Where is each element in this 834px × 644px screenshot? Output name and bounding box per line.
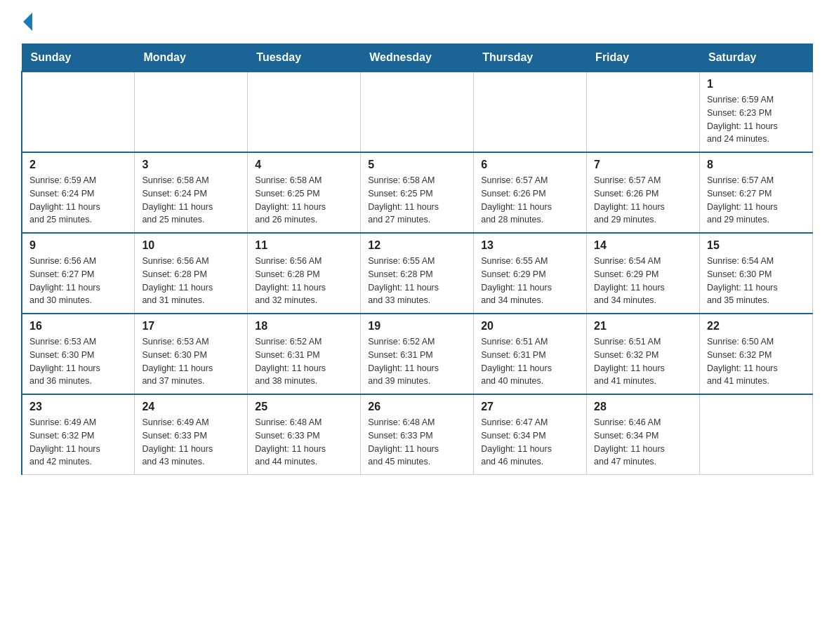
calendar-cell: 23Sunrise: 6:49 AMSunset: 6:32 PMDayligh… — [22, 394, 135, 475]
calendar-cell — [474, 72, 587, 152]
day-number: 23 — [29, 401, 127, 413]
calendar-cell: 27Sunrise: 6:47 AMSunset: 6:34 PMDayligh… — [474, 394, 587, 475]
calendar-cell: 9Sunrise: 6:56 AMSunset: 6:27 PMDaylight… — [22, 233, 135, 314]
calendar-cell: 7Sunrise: 6:57 AMSunset: 6:26 PMDaylight… — [587, 152, 700, 233]
day-number: 8 — [707, 159, 805, 171]
calendar-cell: 8Sunrise: 6:57 AMSunset: 6:27 PMDaylight… — [700, 152, 813, 233]
day-number: 27 — [481, 401, 579, 413]
header-sunday: Sunday — [22, 44, 135, 72]
day-number: 20 — [481, 320, 579, 333]
calendar-cell — [22, 72, 135, 152]
day-number: 19 — [368, 320, 466, 333]
calendar-cell: 1Sunrise: 6:59 AMSunset: 6:23 PMDaylight… — [700, 72, 813, 152]
day-info: Sunrise: 6:53 AMSunset: 6:30 PMDaylight:… — [29, 335, 127, 388]
calendar-cell: 15Sunrise: 6:54 AMSunset: 6:30 PMDayligh… — [700, 233, 813, 314]
day-info: Sunrise: 6:58 AMSunset: 6:25 PMDaylight:… — [368, 174, 466, 227]
header-monday: Monday — [135, 44, 248, 72]
week-row-4: 16Sunrise: 6:53 AMSunset: 6:30 PMDayligh… — [22, 314, 813, 394]
day-number: 24 — [142, 401, 240, 413]
day-info: Sunrise: 6:56 AMSunset: 6:27 PMDaylight:… — [29, 255, 127, 307]
day-number: 26 — [368, 401, 466, 413]
calendar-header: Sunday Monday Tuesday Wednesday Thursday… — [22, 44, 813, 72]
calendar-cell: 11Sunrise: 6:56 AMSunset: 6:28 PMDayligh… — [248, 233, 361, 314]
day-number: 9 — [29, 239, 127, 252]
day-info: Sunrise: 6:57 AMSunset: 6:26 PMDaylight:… — [481, 174, 579, 227]
day-number: 7 — [594, 159, 692, 171]
day-number: 18 — [255, 320, 353, 333]
day-info: Sunrise: 6:56 AMSunset: 6:28 PMDaylight:… — [255, 255, 353, 307]
day-number: 13 — [481, 239, 579, 252]
day-info: Sunrise: 6:55 AMSunset: 6:29 PMDaylight:… — [481, 255, 579, 307]
day-info: Sunrise: 6:49 AMSunset: 6:32 PMDaylight:… — [29, 416, 127, 469]
day-info: Sunrise: 6:54 AMSunset: 6:30 PMDaylight:… — [707, 255, 805, 307]
day-number: 11 — [255, 239, 353, 252]
day-number: 14 — [594, 239, 692, 252]
header-tuesday: Tuesday — [248, 44, 361, 72]
day-number: 5 — [368, 159, 466, 171]
day-info: Sunrise: 6:48 AMSunset: 6:33 PMDaylight:… — [255, 416, 353, 469]
header-wednesday: Wednesday — [361, 44, 474, 72]
calendar-cell: 28Sunrise: 6:46 AMSunset: 6:34 PMDayligh… — [587, 394, 700, 475]
day-info: Sunrise: 6:58 AMSunset: 6:24 PMDaylight:… — [142, 174, 240, 227]
calendar-cell: 14Sunrise: 6:54 AMSunset: 6:29 PMDayligh… — [587, 233, 700, 314]
calendar-cell: 25Sunrise: 6:48 AMSunset: 6:33 PMDayligh… — [248, 394, 361, 475]
day-info: Sunrise: 6:51 AMSunset: 6:31 PMDaylight:… — [481, 335, 579, 388]
page-header — [21, 14, 813, 29]
calendar-cell — [248, 72, 361, 152]
calendar-cell: 3Sunrise: 6:58 AMSunset: 6:24 PMDaylight… — [135, 152, 248, 233]
calendar-cell — [700, 394, 813, 475]
calendar-cell — [587, 72, 700, 152]
calendar-cell — [135, 72, 248, 152]
week-row-2: 2Sunrise: 6:59 AMSunset: 6:24 PMDaylight… — [22, 152, 813, 233]
day-number: 21 — [594, 320, 692, 333]
day-info: Sunrise: 6:57 AMSunset: 6:26 PMDaylight:… — [594, 174, 692, 227]
calendar-cell: 13Sunrise: 6:55 AMSunset: 6:29 PMDayligh… — [474, 233, 587, 314]
day-info: Sunrise: 6:55 AMSunset: 6:28 PMDaylight:… — [368, 255, 466, 307]
calendar-cell: 2Sunrise: 6:59 AMSunset: 6:24 PMDaylight… — [22, 152, 135, 233]
week-row-3: 9Sunrise: 6:56 AMSunset: 6:27 PMDaylight… — [22, 233, 813, 314]
days-of-week-row: Sunday Monday Tuesday Wednesday Thursday… — [22, 44, 813, 72]
day-info: Sunrise: 6:56 AMSunset: 6:28 PMDaylight:… — [142, 255, 240, 307]
day-info: Sunrise: 6:53 AMSunset: 6:30 PMDaylight:… — [142, 335, 240, 388]
calendar-cell: 26Sunrise: 6:48 AMSunset: 6:33 PMDayligh… — [361, 394, 474, 475]
day-info: Sunrise: 6:51 AMSunset: 6:32 PMDaylight:… — [594, 335, 692, 388]
day-info: Sunrise: 6:57 AMSunset: 6:27 PMDaylight:… — [707, 174, 805, 227]
calendar-cell: 16Sunrise: 6:53 AMSunset: 6:30 PMDayligh… — [22, 314, 135, 394]
day-number: 3 — [142, 159, 240, 171]
header-thursday: Thursday — [474, 44, 587, 72]
day-info: Sunrise: 6:48 AMSunset: 6:33 PMDaylight:… — [368, 416, 466, 469]
calendar-body: 1Sunrise: 6:59 AMSunset: 6:23 PMDaylight… — [22, 72, 813, 475]
day-number: 16 — [29, 320, 127, 333]
day-info: Sunrise: 6:52 AMSunset: 6:31 PMDaylight:… — [255, 335, 353, 388]
week-row-1: 1Sunrise: 6:59 AMSunset: 6:23 PMDaylight… — [22, 72, 813, 152]
day-number: 12 — [368, 239, 466, 252]
day-number: 25 — [255, 401, 353, 413]
day-info: Sunrise: 6:50 AMSunset: 6:32 PMDaylight:… — [707, 335, 805, 388]
calendar-cell: 19Sunrise: 6:52 AMSunset: 6:31 PMDayligh… — [361, 314, 474, 394]
day-info: Sunrise: 6:49 AMSunset: 6:33 PMDaylight:… — [142, 416, 240, 469]
calendar-cell: 5Sunrise: 6:58 AMSunset: 6:25 PMDaylight… — [361, 152, 474, 233]
week-row-5: 23Sunrise: 6:49 AMSunset: 6:32 PMDayligh… — [22, 394, 813, 475]
calendar-cell: 21Sunrise: 6:51 AMSunset: 6:32 PMDayligh… — [587, 314, 700, 394]
day-number: 10 — [142, 239, 240, 252]
calendar-cell: 12Sunrise: 6:55 AMSunset: 6:28 PMDayligh… — [361, 233, 474, 314]
calendar-cell — [361, 72, 474, 152]
day-number: 6 — [481, 159, 579, 171]
day-info: Sunrise: 6:59 AMSunset: 6:24 PMDaylight:… — [29, 174, 127, 227]
day-info: Sunrise: 6:58 AMSunset: 6:25 PMDaylight:… — [255, 174, 353, 227]
calendar-cell: 24Sunrise: 6:49 AMSunset: 6:33 PMDayligh… — [135, 394, 248, 475]
day-info: Sunrise: 6:46 AMSunset: 6:34 PMDaylight:… — [594, 416, 692, 469]
day-number: 4 — [255, 159, 353, 171]
calendar-cell: 22Sunrise: 6:50 AMSunset: 6:32 PMDayligh… — [700, 314, 813, 394]
logo — [21, 14, 32, 29]
calendar-cell: 10Sunrise: 6:56 AMSunset: 6:28 PMDayligh… — [135, 233, 248, 314]
calendar-cell: 17Sunrise: 6:53 AMSunset: 6:30 PMDayligh… — [135, 314, 248, 394]
calendar-cell: 4Sunrise: 6:58 AMSunset: 6:25 PMDaylight… — [248, 152, 361, 233]
header-friday: Friday — [587, 44, 700, 72]
day-number: 1 — [707, 78, 805, 90]
calendar-cell: 18Sunrise: 6:52 AMSunset: 6:31 PMDayligh… — [248, 314, 361, 394]
day-info: Sunrise: 6:47 AMSunset: 6:34 PMDaylight:… — [481, 416, 579, 469]
day-info: Sunrise: 6:54 AMSunset: 6:29 PMDaylight:… — [594, 255, 692, 307]
day-number: 2 — [29, 159, 127, 171]
calendar-cell: 6Sunrise: 6:57 AMSunset: 6:26 PMDaylight… — [474, 152, 587, 233]
